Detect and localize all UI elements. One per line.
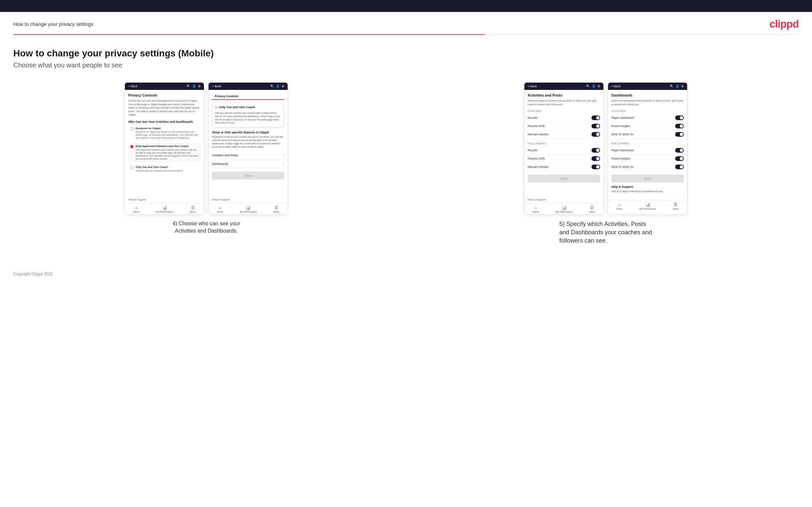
arrow-icon2: › bbox=[283, 162, 284, 166]
user-icon[interactable]: 👤 bbox=[192, 84, 196, 88]
dash-followers-round-toggle[interactable] bbox=[675, 156, 684, 161]
user-icon3[interactable]: 👤 bbox=[592, 84, 596, 88]
screen3-back[interactable]: < Back bbox=[528, 84, 537, 88]
screen4-coaches-label: COACHES bbox=[611, 110, 684, 112]
nav4-performance[interactable]: 📊 My Performance bbox=[639, 203, 656, 210]
search-icon[interactable]: 🔍 bbox=[187, 84, 190, 88]
screen2-back[interactable]: < Back bbox=[212, 84, 221, 88]
home-icon4: ⌂ bbox=[618, 203, 621, 207]
dash-followers-work-toggle[interactable] bbox=[675, 165, 684, 169]
nav4-menu[interactable]: ☰ Menu bbox=[673, 203, 679, 210]
nav1-home[interactable]: ⌂ Home bbox=[133, 206, 140, 213]
page-heading: How to change your privacy settings (Mob… bbox=[13, 48, 799, 59]
home-icon2: ⌂ bbox=[219, 206, 221, 210]
nav4-home[interactable]: ⌂ Home bbox=[616, 203, 623, 210]
settings-icon3[interactable]: ⚙ bbox=[598, 84, 600, 88]
nav3-home[interactable]: ⌂ Home bbox=[533, 206, 539, 213]
nav2-performance[interactable]: 📊 My Performance bbox=[240, 206, 257, 213]
search-icon4[interactable]: 🔍 bbox=[670, 84, 673, 88]
nav1-perf-label: My Performance bbox=[156, 211, 173, 213]
nav3-menu[interactable]: ☰ Menu bbox=[589, 206, 595, 213]
menu-icon4: ☰ bbox=[674, 203, 677, 207]
nav3-menu-label: Menu bbox=[589, 211, 595, 213]
screen4-help-title: Help & Support bbox=[611, 185, 684, 188]
option1-radio[interactable] bbox=[130, 127, 134, 130]
screen3-bottom-nav: ⌂ Home 📊 My Performance ☰ Menu bbox=[524, 203, 603, 214]
menu-icon: ☰ bbox=[191, 206, 195, 210]
coaches-manual-toggle[interactable] bbox=[592, 132, 600, 137]
nav1-menu[interactable]: ☰ Menu bbox=[190, 206, 196, 213]
right-section: < Back 🔍 👤 ⚙ Activities and Posts Select… bbox=[413, 82, 799, 245]
search-icon2[interactable]: 🔍 bbox=[270, 84, 274, 88]
nav4-home-label: Home bbox=[616, 208, 623, 210]
followers-practice-toggle[interactable] bbox=[592, 156, 600, 161]
screen4-back[interactable]: < Back bbox=[611, 84, 621, 88]
menu-icon2: ☰ bbox=[275, 206, 278, 210]
dash-followers-round-label: Round Insights bbox=[611, 157, 630, 160]
followers-manual-toggle[interactable] bbox=[592, 165, 600, 169]
coaches-manual-label: Manual Activities bbox=[528, 133, 549, 136]
option3-label: Only You and Your Coach bbox=[136, 166, 183, 169]
screen4-title: Dashboards bbox=[611, 93, 684, 97]
phone-pair-right: < Back 🔍 👤 ⚙ Activities and Posts Select… bbox=[413, 82, 799, 215]
option2-desc: Only approved followers and coaches you … bbox=[136, 148, 199, 160]
screen2-mockup: < Back 🔍 👤 ⚙ Privacy Controls bbox=[208, 82, 288, 215]
screen3-mockup: < Back 🔍 👤 ⚙ Activities and Posts Select… bbox=[524, 82, 604, 215]
top-bar bbox=[0, 0, 812, 12]
chart-icon2: 📊 bbox=[246, 206, 251, 210]
user-icon4[interactable]: 👤 bbox=[675, 84, 679, 88]
main-content: How to change your privacy settings (Mob… bbox=[0, 35, 812, 265]
option3-desc: Only you and the coaches you connect wit… bbox=[136, 169, 183, 172]
menu-item-activities[interactable]: Activities and Posts › bbox=[212, 151, 284, 160]
dash-coaches-player-label: Player Dashboard bbox=[611, 116, 634, 119]
option1-row[interactable]: Everyone on Clippd Everyone on Clippd ca… bbox=[128, 125, 201, 142]
option-card: Only You and Your Coach Only you and the… bbox=[212, 103, 284, 127]
followers-rounds-row: Rounds bbox=[528, 146, 600, 155]
screen2-bottom-nav: ⌂ Home 📊 My Performance ☰ Menu bbox=[209, 203, 288, 214]
coaches-manual-row: Manual Activities bbox=[528, 130, 600, 139]
search-icon3[interactable]: 🔍 bbox=[586, 84, 590, 88]
coaches-practice-toggle[interactable] bbox=[592, 124, 600, 128]
option3-row[interactable]: Only You and Your Coach Only you and the… bbox=[128, 164, 201, 174]
dash-coaches-player-toggle[interactable] bbox=[675, 115, 684, 120]
coaches-practice-row: Practice Drills bbox=[528, 122, 600, 130]
nav1-performance[interactable]: 📊 My Performance bbox=[156, 206, 173, 213]
chart-icon: 📊 bbox=[162, 206, 167, 210]
nav3-performance[interactable]: 📊 My Performance bbox=[556, 206, 572, 213]
menu-item-dashboards[interactable]: Dashboards › bbox=[212, 160, 284, 168]
card-title: Only You and Your Coach bbox=[219, 106, 255, 109]
screen1-bodytext: Control how you and your data appears to… bbox=[128, 99, 201, 117]
coaches-rounds-toggle[interactable] bbox=[592, 115, 600, 120]
nav2-menu[interactable]: ☰ Menu bbox=[274, 206, 280, 213]
nav4-perf-label: My Performance bbox=[639, 208, 656, 210]
followers-practice-row: Practice Drills bbox=[528, 155, 600, 163]
screen3-followers-label: FOLLOWERS bbox=[528, 142, 600, 145]
page-subheading: Choose what you want people to see bbox=[13, 61, 799, 69]
screen4-save-btn[interactable]: Save bbox=[611, 174, 684, 182]
screen2-tab[interactable]: Privacy Controls bbox=[212, 93, 241, 99]
screen1-help: Help & Support bbox=[128, 196, 201, 203]
right-caption-text: 5) Specify which Activities, Postsand Da… bbox=[559, 221, 652, 244]
nav1-home-label: Home bbox=[133, 211, 140, 213]
dash-followers-player-toggle[interactable] bbox=[675, 148, 684, 153]
card-radio[interactable] bbox=[215, 106, 217, 109]
phone-pair-left: < Back 🔍 👤 ⚙ Privacy Controls Control ho… bbox=[13, 82, 400, 215]
option3-radio[interactable] bbox=[130, 166, 134, 169]
user-icon2[interactable]: 👤 bbox=[276, 84, 280, 88]
followers-manual-label: Manual Activities bbox=[528, 165, 549, 169]
option2-radio[interactable] bbox=[130, 145, 134, 148]
nav2-perf-label: My Performance bbox=[240, 211, 257, 213]
dash-followers-player-row: Player Dashboard bbox=[611, 146, 684, 155]
screen2-save-btn[interactable]: Save bbox=[212, 172, 284, 179]
dash-coaches-round-toggle[interactable] bbox=[675, 124, 684, 128]
dash-coaches-work-toggle[interactable] bbox=[675, 132, 684, 137]
followers-rounds-toggle[interactable] bbox=[592, 148, 600, 153]
nav2-home[interactable]: ⌂ Home bbox=[217, 206, 223, 213]
screen3-save-btn[interactable]: Save bbox=[528, 174, 600, 182]
screen1-back[interactable]: < Back bbox=[128, 84, 138, 88]
option2-row[interactable]: Only Approved Followers and Your Coach O… bbox=[128, 143, 201, 162]
settings-icon2[interactable]: ⚙ bbox=[282, 84, 284, 88]
settings-icon4[interactable]: ⚙ bbox=[681, 84, 684, 88]
left-section: < Back 🔍 👤 ⚙ Privacy Controls Control ho… bbox=[13, 82, 400, 235]
settings-icon[interactable]: ⚙ bbox=[198, 84, 201, 88]
